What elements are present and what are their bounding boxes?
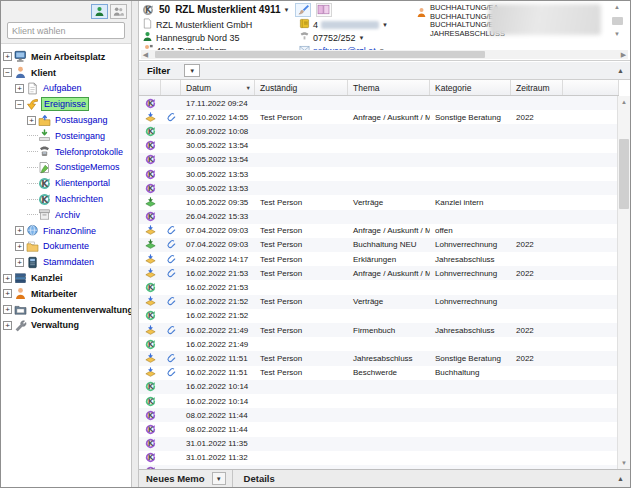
sidebar-item-klient[interactable]: −Klient [1,65,131,81]
table-row[interactable]: K17.11.2022 09:24 [139,96,619,110]
events-icon [26,98,39,111]
sidebar-splitter[interactable] [132,1,139,487]
table-row[interactable]: K16.02.2022 10:14 [139,394,619,408]
phone-dropdown-caret[interactable]: ▼ [359,35,365,41]
sidebar-item-aufgaben[interactable]: +Aufgaben [1,81,131,97]
table-row[interactable]: 16.02.2022 11:51Test PersonBeschwerdeBuc… [139,366,619,380]
table-scroll-up-icon[interactable]: ▲ [618,99,630,105]
table-row[interactable]: 16.02.2022 21:49Test PersonFirmenbuchJah… [139,323,619,337]
sidebar-item-label: Postausgang [53,114,110,126]
column-zeitraum[interactable]: Zeitraum [511,80,563,95]
table-row[interactable]: K30.05.2022 13:53 [139,181,619,195]
filter-dropdown-button[interactable]: ▼ [184,64,200,77]
expand-icon[interactable]: + [3,274,12,283]
expand-icon[interactable]: + [15,226,24,235]
panel-collapse-icon[interactable]: ▲ [617,475,624,482]
table-vscrollbar[interactable]: ▲ ▼ [617,96,630,469]
header-hscrollbar[interactable]: ◀ ▶ [141,50,628,59]
collapse-icon[interactable]: − [3,68,12,77]
table-row[interactable]: K16.02.2022 21:49 [139,337,619,351]
sidebar-item-dokumente[interactable]: +Dokumente [1,239,131,255]
sidebar-item-dokumentenverwaltung[interactable]: +Dokumentenverwaltung [1,302,131,318]
table-row[interactable]: K26.09.2022 10:08 [139,124,619,138]
table-row[interactable]: 16.02.2022 11:51Test PersonJahresabschlu… [139,351,619,365]
table-row[interactable]: K30.05.2022 13:53 [139,167,619,181]
table-row[interactable]: K30.05.2022 13:54 [139,153,619,167]
scroll-right-icon[interactable]: ▶ [619,50,628,59]
expand-icon[interactable]: + [3,52,12,61]
services-scrollbar[interactable]: ▲ ▼ [611,4,623,37]
scroll-left-icon[interactable]: ◀ [141,50,150,59]
table-row[interactable]: K26.04.2022 15:33 [139,210,619,224]
sidebar-item-stammdaten[interactable]: +Stammdaten [1,254,131,270]
column-datum[interactable]: Datum▼ [181,80,255,95]
table-scroll-down-icon[interactable]: ▼ [618,460,630,466]
expand-icon[interactable]: + [3,305,12,314]
datum-filter-caret[interactable]: ▼ [246,85,251,91]
column-thema-label: Thema [353,83,379,93]
sidebar-item-telefonprotokolle[interactable]: Telefonprotokolle [1,144,131,160]
expand-icon[interactable]: + [27,116,36,125]
ref-dropdown-caret[interactable]: ▼ [382,22,388,28]
expand-icon[interactable]: + [3,289,12,298]
tab-neues-memo[interactable]: Neues Memo [139,470,212,487]
edit-client-button[interactable] [295,3,311,17]
sidebar-item-sonstigememos[interactable]: SonstigeMemos [1,160,131,176]
column-icon1[interactable] [139,80,161,95]
table-row[interactable]: 16.02.2022 21:53Test PersonAnfrage / Aus… [139,266,619,280]
sidebar-item-klientenportal[interactable]: KKlientenportal [1,175,131,191]
table-row[interactable]: 07.04.2022 09:03Test PersonBuchhaltung N… [139,238,619,252]
table-row[interactable]: K30.05.2022 13:54 [139,139,619,153]
table-row[interactable]: 16.02.2022 21:52Test PersonVerträgeLohnv… [139,295,619,309]
sidebar-item-label: Klientenportal [53,177,112,189]
table-row[interactable]: K31.01.2022 11:35 [139,437,619,451]
sidebar-item-posteingang[interactable]: Posteingang [1,128,131,144]
table-row[interactable]: K31.01.2022 11:32 [139,451,619,465]
scroll-down-icon[interactable]: ▼ [614,31,620,37]
scroll-thumb[interactable] [612,17,623,25]
expand-icon[interactable]: + [15,84,24,93]
collapse-icon[interactable]: − [15,100,24,109]
client-selector[interactable]: RZL Musterklient 4911 [175,4,280,15]
table-row[interactable]: 10.05.2022 09:35Test PersonVerträgeKanzl… [139,195,619,209]
neues-memo-dropdown[interactable]: ▼ [212,472,226,485]
group-view-button[interactable] [110,4,127,19]
client-view-button[interactable] [91,4,108,19]
table-row[interactable]: K16.02.2022 21:52 [139,309,619,323]
column-kategorie[interactable]: Kategorie [430,80,511,95]
column-thema[interactable]: Thema [348,80,430,95]
table-row[interactable]: 07.04.2022 09:03Test PersonAnfrage / Aus… [139,224,619,238]
table-scroll-thumb[interactable] [619,139,629,209]
sidebar-item-kanzlei[interactable]: +Kanzlei [1,270,131,286]
tab-details[interactable]: Details [237,470,282,487]
sidebar-item-archiv[interactable]: Archiv [1,207,131,223]
sidebar-item-nachrichten[interactable]: KNachrichten [1,191,131,207]
table-row[interactable]: K16.02.2022 21:53 [139,280,619,294]
client-selector-caret[interactable]: ▼ [284,7,290,13]
addressbook-button[interactable] [316,3,332,17]
table-row[interactable]: K08.02.2022 11:44 [139,422,619,436]
sidebar-item-verwaltung[interactable]: +Verwaltung [1,318,131,334]
expand-icon[interactable]: + [15,242,24,251]
client-search-input[interactable] [7,22,125,39]
table-row[interactable]: K08.02.2022 11:44 [139,408,619,422]
sidebar-item-postausgang[interactable]: +Postausgang [1,112,131,128]
expand-icon[interactable]: + [3,321,12,330]
table-row[interactable]: K16.02.2022 10:14 [139,380,619,394]
column-icon2[interactable] [161,80,181,95]
k-purple-icon: K [145,169,156,180]
sidebar-item-ereignisse[interactable]: −Ereignisse [1,96,131,112]
cell-datum: 16.02.2022 21:53 [181,269,255,278]
hscroll-thumb[interactable] [155,51,485,58]
expand-icon[interactable]: + [15,258,24,267]
scroll-up-icon[interactable]: ▲ [614,4,620,10]
sidebar-item-mein-arbeitsplatz[interactable]: +Mein Arbeitsplatz [1,49,131,65]
phone-number[interactable]: 07752/252 [313,33,356,43]
cell-thema: Buchhaltung NEU [348,240,430,249]
table-row[interactable]: 27.10.2022 14:55Test PersonAnfrage / Aus… [139,110,619,124]
sidebar-item-mitarbeiter[interactable]: +Mitarbeiter [1,286,131,302]
sidebar-item-finanzonline[interactable]: +FinanzOnline [1,223,131,239]
table-row[interactable]: 24.02.2022 14:17Test PersonErklärungenJa… [139,252,619,266]
column-zustaendig[interactable]: Zuständig [255,80,348,95]
filter-collapse-icon[interactable]: ▲ [617,67,624,74]
